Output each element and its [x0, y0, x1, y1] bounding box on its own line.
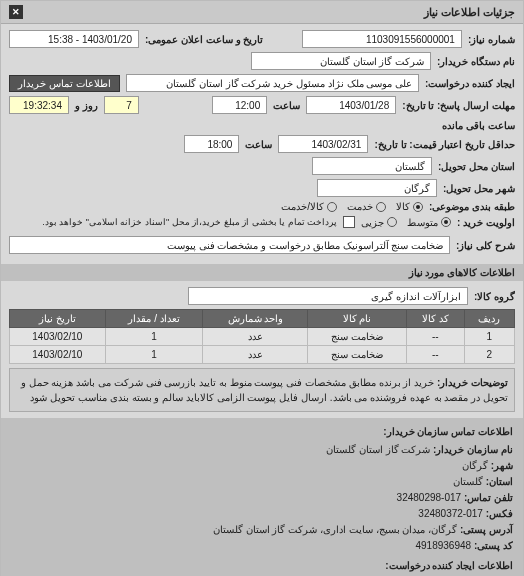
- need-desc-field: ضخامت سنج آلتراسونیک مطابق درخواست و مشخ…: [9, 236, 450, 254]
- addr-value: گرگان، میدان بسیج، سایت اداری، شرکت گاز …: [213, 524, 457, 535]
- close-icon[interactable]: ✕: [9, 5, 23, 19]
- radio-service[interactable]: خدمت: [347, 201, 386, 212]
- radio-label: کالا: [396, 201, 410, 212]
- row-requester: ایجاد کننده درخواست: علی موسی ملک نژاد م…: [9, 74, 515, 92]
- contact-line: کد پستی: 4918936948: [11, 538, 513, 554]
- info-section: شماره نیاز: 1103091556000001 تاریخ و ساع…: [1, 24, 523, 264]
- delivery-prov-field: گلستان: [312, 157, 432, 175]
- contact-heading-2: اطلاعات ایجاد کننده درخواست:: [11, 558, 513, 574]
- prov-label: استان:: [486, 476, 513, 487]
- row-valid-until: حداقل تاریخ اعتبار قیمت: تا تاریخ: 1403/…: [9, 135, 515, 153]
- contact-line: نام سازمان خریدار: شرکت گاز استان گلستان: [11, 442, 513, 458]
- remain-days-field: 7: [104, 96, 139, 114]
- radio-both[interactable]: کالا/خدمت: [281, 201, 337, 212]
- details-panel: جزئیات اطلاعات نیاز ✕ شماره نیاز: 110309…: [0, 0, 524, 576]
- contact-heading-1: اطلاعات تماس سازمان خریدار:: [11, 424, 513, 440]
- resp-date-field: 1403/01/28: [306, 96, 396, 114]
- buyer-note-text: خرید از برنده مطابق مشخصات فنی پیوست منو…: [21, 377, 508, 403]
- valid-label: حداقل تاریخ اعتبار قیمت: تا تاریخ:: [374, 139, 515, 150]
- group-label: گروه کالا:: [474, 291, 515, 302]
- zip-label: کد پستی:: [474, 540, 513, 551]
- resp-deadline-label: مهلت ارسال پاسخ: تا تاریخ:: [402, 100, 515, 111]
- contact-section: اطلاعات تماس سازمان خریدار: نام سازمان خ…: [1, 418, 523, 576]
- buyer-note-label: توضیحات خریدار:: [437, 377, 508, 388]
- row-buyer-org: نام دستگاه خریدار: شرکت گاز استان گلستان: [9, 52, 515, 70]
- goods-table: ردیف کد کالا نام کالا واحد شمارش تعداد /…: [9, 309, 515, 364]
- col-row: ردیف: [464, 310, 514, 328]
- org-label: نام سازمان خریدار:: [433, 444, 513, 455]
- cell-qty: 1: [105, 346, 203, 364]
- requester-label: ایجاد کننده درخواست:: [425, 78, 515, 89]
- need-desc-label: شرح کلی نیاز:: [456, 240, 515, 251]
- fax-label: فکس:: [486, 508, 513, 519]
- cell-unit: عدد: [203, 328, 308, 346]
- city-label: شهر:: [491, 460, 513, 471]
- valid-time-field: 18:00: [184, 135, 239, 153]
- contact-button[interactable]: اطلاعات تماس خریدار: [9, 75, 120, 92]
- table-header-row: ردیف کد کالا نام کالا واحد شمارش تعداد /…: [10, 310, 515, 328]
- announce-field: 1403/01/20 - 15:38: [9, 30, 139, 48]
- treasury-checkbox[interactable]: [343, 216, 355, 228]
- contact-line: استان: گلستان: [11, 474, 513, 490]
- fax-value: 017-32480372: [418, 508, 483, 519]
- row-response-deadline: مهلت ارسال پاسخ: تا تاریخ: 1403/01/28 سا…: [9, 96, 515, 131]
- tel-value: 017-32480298: [397, 492, 462, 503]
- request-no-field: 1103091556000001: [302, 30, 462, 48]
- row-buy-priority: اولویت خرید : متوسط جزیی پرداخت تمام یا …: [9, 216, 515, 228]
- col-unit: واحد شمارش: [203, 310, 308, 328]
- radio-label: متوسط: [407, 217, 438, 228]
- panel-header: جزئیات اطلاعات نیاز ✕: [1, 1, 523, 24]
- addr-label: آدرس پستی:: [460, 524, 513, 535]
- radio-label: خدمت: [347, 201, 373, 212]
- radio-partial[interactable]: جزیی: [361, 217, 397, 228]
- buy-priority-label: اولویت خرید :: [457, 217, 515, 228]
- cell-code: --: [406, 346, 464, 364]
- org-value: شرکت گاز استان گلستان: [326, 444, 430, 455]
- cell-qty: 1: [105, 328, 203, 346]
- announce-label: تاریخ و ساعت اعلان عمومی:: [145, 34, 263, 45]
- cell-due: 1403/02/10: [10, 328, 106, 346]
- time-label-2: ساعت: [245, 139, 272, 150]
- remain-time-label: ساعت باقی مانده: [442, 120, 515, 131]
- remain-time-field: 19:32:34: [9, 96, 69, 114]
- radio-label: جزیی: [361, 217, 384, 228]
- radio-icon: [413, 202, 423, 212]
- col-name: نام کالا: [308, 310, 406, 328]
- delivery-city-field: گرگان: [317, 179, 437, 197]
- delivery-prov-label: استان محل تحویل:: [438, 161, 515, 172]
- tel-label: تلفن تماس:: [464, 492, 513, 503]
- radio-mid[interactable]: متوسط: [407, 217, 451, 228]
- table-row: 2--ضخامت سنجعدد11403/02/10: [10, 346, 515, 364]
- pkg-radio-group: کالا خدمت کالا/خدمت: [281, 201, 423, 212]
- cell-name: ضخامت سنج: [308, 346, 406, 364]
- time-label-1: ساعت: [273, 100, 300, 111]
- partial-note: پرداخت تمام یا بخشی از مبلغ خرید،از محل …: [42, 217, 337, 227]
- cell-n: 1: [464, 328, 514, 346]
- row-delivery-province: استان محل تحویل: گلستان: [9, 157, 515, 175]
- col-code: کد کالا: [406, 310, 464, 328]
- radio-icon: [441, 217, 451, 227]
- delivery-city-label: شهر محل تحویل:: [443, 183, 515, 194]
- cell-code: --: [406, 328, 464, 346]
- panel-title: جزئیات اطلاعات نیاز: [424, 6, 515, 19]
- cell-n: 2: [464, 346, 514, 364]
- priority-radio-group: متوسط جزیی: [361, 217, 451, 228]
- contact-line: تلفن تماس: 017-32480298: [11, 490, 513, 506]
- row-package-type: طبقه بندی موضوعی: کالا خدمت کالا/خدمت: [9, 201, 515, 212]
- cell-due: 1403/02/10: [10, 346, 106, 364]
- row-request-no: شماره نیاز: 1103091556000001 تاریخ و ساع…: [9, 30, 515, 48]
- pkg-label: طبقه بندی موضوعی:: [429, 201, 515, 212]
- contact-line: فکس: 017-32480372: [11, 506, 513, 522]
- col-due: تاریخ نیاز: [10, 310, 106, 328]
- buyer-note-box: توضیحات خریدار: خرید از برنده مطابق مشخص…: [9, 368, 515, 412]
- contact-line: آدرس پستی: گرگان، میدان بسیج، سایت اداری…: [11, 522, 513, 538]
- buyer-org-label: نام دستگاه خریدار:: [437, 56, 515, 67]
- radio-goods[interactable]: کالا: [396, 201, 423, 212]
- col-qty: تعداد / مقدار: [105, 310, 203, 328]
- cell-unit: عدد: [203, 346, 308, 364]
- cell-name: ضخامت سنج: [308, 328, 406, 346]
- radio-icon: [327, 202, 337, 212]
- radio-icon: [376, 202, 386, 212]
- valid-date-field: 1403/02/31: [278, 135, 368, 153]
- radio-icon: [387, 217, 397, 227]
